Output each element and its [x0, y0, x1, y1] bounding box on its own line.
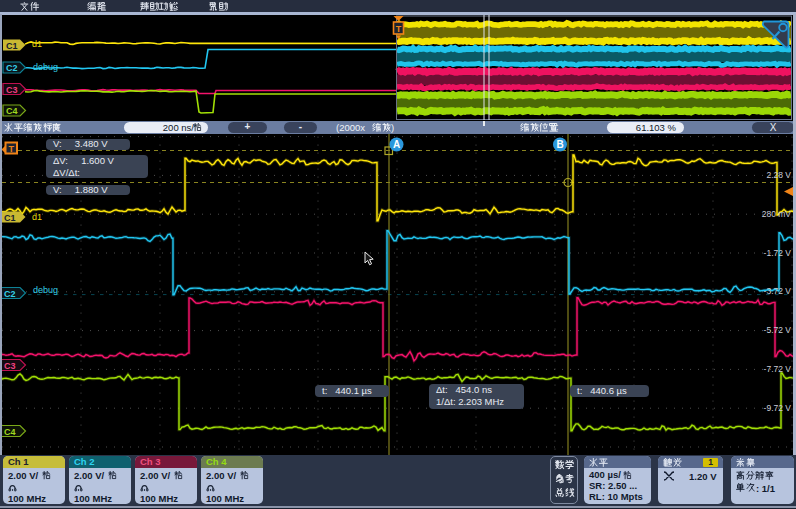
svg-text:C3: C3: [4, 361, 16, 371]
svg-text:C1: C1: [4, 213, 16, 223]
svg-text:debug: debug: [33, 285, 58, 295]
svg-text:C1: C1: [6, 41, 18, 51]
svg-text:C4: C4: [4, 427, 16, 437]
svg-text:C3: C3: [6, 85, 18, 95]
svg-text:C2: C2: [4, 289, 16, 299]
svg-text:A: A: [393, 139, 400, 150]
svg-text:d1: d1: [32, 212, 42, 222]
svg-text:B: B: [556, 139, 563, 150]
svg-text:d1: d1: [32, 39, 42, 49]
svg-text:C4: C4: [6, 106, 18, 116]
svg-text:T: T: [396, 24, 402, 34]
svg-text:T: T: [8, 144, 14, 154]
svg-text:C2: C2: [6, 63, 18, 73]
svg-text:debug: debug: [33, 62, 58, 72]
